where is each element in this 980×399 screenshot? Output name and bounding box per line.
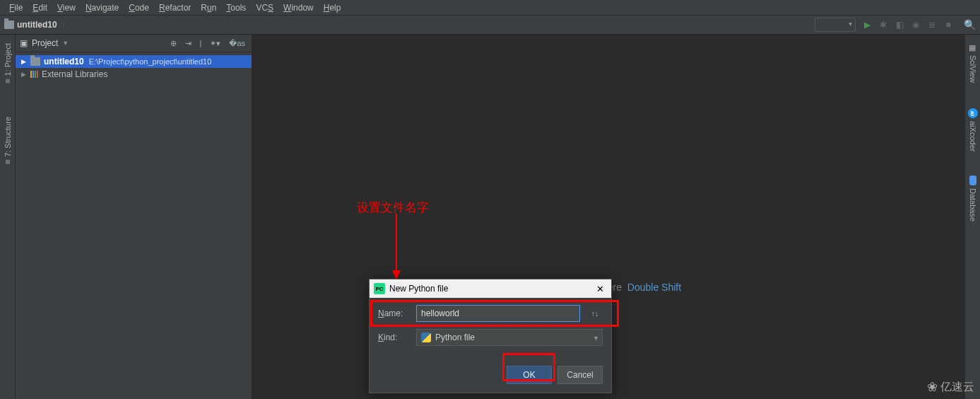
tab-aixcoder[interactable]: aiaiXcoder: [967, 105, 979, 154]
project-panel: ▣ Project ▼ ⊕ ⇥ | ✴▾ �as ▶ untitled10 E:…: [16, 35, 252, 399]
tree-external-row[interactable]: ▶ External Libraries: [16, 68, 252, 81]
project-panel-header: ▣ Project ▼ ⊕ ⇥ | ✴▾ �as: [16, 35, 252, 52]
chevron-right-icon: 〉: [61, 19, 70, 31]
tree-node-name: External Libraries: [42, 69, 107, 79]
menu-window[interactable]: Window: [278, 1, 319, 14]
kind-value: Python file: [435, 332, 475, 342]
right-tool-gutter: ▦SciView aiaiXcoder Database: [964, 35, 980, 399]
tab-structure-tool[interactable]: 7: Structure: [2, 114, 13, 167]
expand-arrow-icon[interactable]: ▶: [20, 58, 27, 65]
dialog-titlebar[interactable]: PC New Python file ✕: [370, 279, 611, 298]
nav-bar: untitled10 〉 ▶ ✱ ◧ ◉ ≣ ■ 🔍: [0, 16, 980, 35]
aixcoder-icon: ai: [968, 108, 978, 118]
project-panel-title[interactable]: Project: [32, 38, 58, 48]
tree-root-row[interactable]: ▶ untitled10 E:\Project\python_project\u…: [16, 55, 252, 68]
hide-panel-icon[interactable]: �as: [227, 39, 247, 48]
stop-icon[interactable]: ■: [943, 20, 953, 30]
concurrency-icon[interactable]: ≣: [927, 20, 937, 30]
pycharm-icon: PC: [374, 283, 385, 294]
tab-sciview[interactable]: ▦SciView: [967, 40, 979, 86]
annotation-arrow-icon: [386, 214, 407, 282]
menu-help[interactable]: Help: [319, 1, 346, 14]
menu-tools[interactable]: Tools: [221, 1, 251, 14]
project-tree[interactable]: ▶ untitled10 E:\Project\python_project\u…: [16, 52, 252, 83]
menu-view[interactable]: View: [52, 1, 81, 14]
run-icon[interactable]: ▶: [862, 20, 872, 30]
libraries-icon: [30, 71, 38, 78]
collapse-all-icon[interactable]: ⇥: [183, 39, 194, 48]
coverage-icon[interactable]: ◧: [895, 20, 904, 30]
ok-button[interactable]: OK: [507, 366, 552, 384]
project-scope-icon: ▣: [20, 38, 28, 48]
profiler-icon[interactable]: ◉: [911, 20, 921, 30]
tree-node-name: untitled10: [44, 57, 84, 66]
run-config-combo[interactable]: [815, 18, 856, 32]
watermark-text: 亿速云: [940, 380, 974, 395]
menu-vcs[interactable]: VCS: [251, 1, 278, 14]
scroll-from-source-icon[interactable]: ⊕: [168, 39, 179, 48]
menu-edit[interactable]: Edit: [28, 1, 52, 14]
new-python-file-dialog: PC New Python file ✕ Name: ↑↓ Kind: Pyth…: [369, 279, 612, 393]
sort-updown-icon[interactable]: ↑↓: [587, 306, 603, 321]
folder-icon: [30, 57, 40, 66]
dialog-title-text: New Python file: [389, 284, 448, 294]
menu-bar: File Edit View Navigate Code Refactor Ru…: [0, 0, 980, 16]
chevron-down-icon[interactable]: ▼: [62, 40, 69, 47]
kind-label: Kind:: [378, 332, 409, 342]
menu-code[interactable]: Code: [124, 1, 154, 14]
close-icon[interactable]: ✕: [594, 284, 607, 294]
menu-refactor[interactable]: Refactor: [154, 1, 196, 14]
folder-icon: [4, 21, 14, 29]
kind-combo[interactable]: Python file: [416, 329, 603, 346]
name-input[interactable]: [416, 305, 580, 322]
database-icon: [969, 177, 976, 185]
menu-navigate[interactable]: Navigate: [81, 1, 124, 14]
cancel-button[interactable]: Cancel: [557, 366, 603, 384]
gear-icon[interactable]: ✴▾: [208, 39, 223, 48]
menu-run[interactable]: Run: [196, 1, 221, 14]
left-tool-gutter: 1: Project 7: Structure: [0, 35, 16, 399]
hint-shortcut: Double Shift: [627, 282, 681, 293]
divider-icon: |: [198, 39, 204, 47]
python-file-icon: [421, 332, 431, 342]
tab-database[interactable]: Database: [967, 174, 979, 224]
breadcrumb-project[interactable]: untitled10: [17, 20, 57, 30]
tab-project-tool[interactable]: 1: Project: [2, 40, 13, 86]
watermark: ❀ 亿速云: [927, 379, 974, 395]
menu-file[interactable]: File: [4, 1, 28, 14]
expand-arrow-icon[interactable]: ▶: [20, 71, 27, 78]
tree-node-path: E:\Project\python_project\untitled10: [89, 57, 212, 66]
watermark-icon: ❀: [927, 379, 938, 395]
search-icon[interactable]: 🔍: [964, 19, 976, 30]
debug-icon[interactable]: ✱: [878, 20, 888, 30]
name-label: Name:: [378, 308, 409, 318]
